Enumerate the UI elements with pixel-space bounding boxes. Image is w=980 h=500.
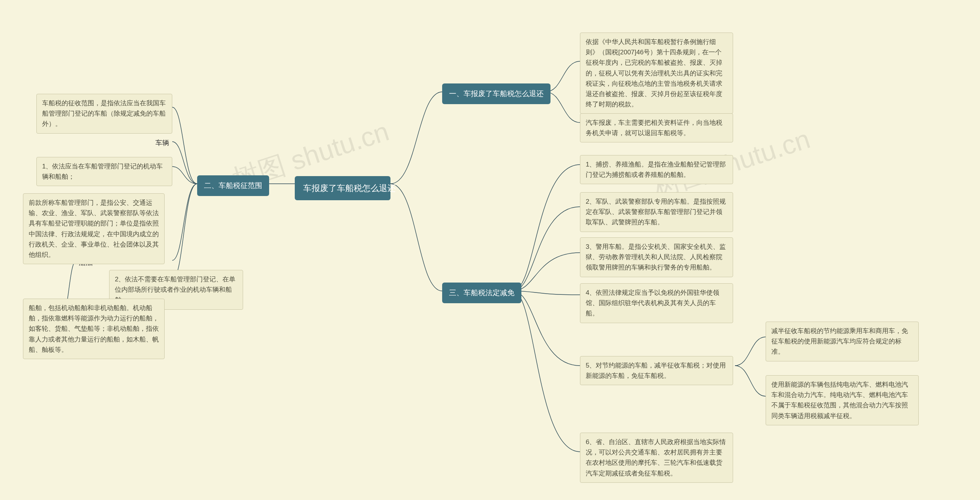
branch-3[interactable]: 三、车船税法定减免 [442, 283, 521, 303]
branch-2[interactable]: 二、车船税征范围 [197, 175, 269, 196]
b3-leaf-5b: 使用新能源的车辆包括纯电动汽车、燃料电池汽车和混合动力汽车。纯电动汽车、燃料电池… [766, 375, 919, 425]
b1-leaf-2: 汽车报废，车主需要把相关资料证件，向当地税务机关申请，就可以退回车船税等。 [580, 113, 733, 142]
root-node[interactable]: 车报废了车船税怎么退还 [295, 176, 390, 200]
b3-leaf-2: 2、军队、武装警察部队专用的车船。是指按照规定在军队、武装警察部队车船管理部门登… [580, 192, 733, 232]
b2-leaf-3: 1、依法应当在车船管理部门登记的机动车辆和船舶； [36, 157, 172, 186]
b2-leaf-6: 前款所称车船管理部门，是指公安、交通运输、农业、渔业、军队、武装警察部队等依法具… [23, 193, 165, 264]
b2-leaf-1: 车船税的征收范围，是指依法应当在我国车船管理部门登记的车船（除规定减免的车船外）… [36, 94, 172, 134]
b3-leaf-5a: 减半征收车船税的节约能源乘用车和商用车，免征车船税的使用新能源汽车均应符合规定的… [766, 322, 919, 361]
b2-label-vehicle: 车辆 [153, 136, 172, 150]
mindmap-canvas: 树图 shutu.cn 树图 shutu.cn 车报废了车船税怎么退还 一、车报… [0, 0, 980, 500]
b2-leaf-7: 船舶，包括机动船舶和非机动船舶。机动船舶，指依靠燃料等能源作为动力运行的船舶，如… [23, 299, 165, 359]
b3-leaf-3: 3、警用车船。是指公安机关、国家安全机关、监狱、劳动教养管理机关和人民法院、人民… [580, 237, 733, 277]
branch-1[interactable]: 一、车报废了车船税怎么退还 [442, 83, 550, 104]
b3-leaf-6: 6、省、自治区、直辖市人民政府根据当地实际情况，可以对公共交通车船、农村居民拥有… [580, 433, 733, 483]
b1-leaf-1: 依据《中华人民共和国车船税暂行条例施行细则》（国税[2007]46号）第十四条规… [580, 33, 733, 114]
b3-leaf-4: 4、依照法律规定应当予以免税的外国驻华使领馆、国际组织驻华代表机构及其有关人员的… [580, 283, 733, 323]
b3-leaf-5: 5、对节约能源的车船，减半征收车船税；对使用新能源的车船，免征车船税。 [580, 356, 733, 385]
b3-leaf-1: 1、捕捞、养殖渔船。是指在渔业船舶登记管理部门登记为捕捞船或者养殖船的船舶。 [580, 155, 733, 184]
